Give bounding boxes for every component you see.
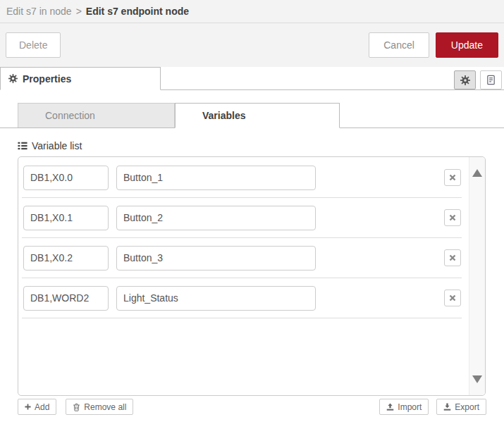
subtab-connection[interactable]: Connection (18, 103, 175, 128)
variable-list-label: Variable list (18, 140, 504, 151)
gear-icon (460, 75, 470, 85)
trash-icon (73, 403, 80, 411)
triangle-down-icon[interactable] (472, 375, 482, 383)
editor-tab-bar: Properties (0, 67, 504, 90)
subtab-connection-label: Connection (45, 110, 95, 121)
variable-list-container (18, 156, 486, 396)
subtab-variables[interactable]: Variables (175, 103, 340, 128)
name-input[interactable] (116, 286, 316, 311)
breadcrumb-parent-link[interactable]: Edit s7 in node (6, 6, 72, 17)
tab-properties-label: Properties (23, 73, 71, 85)
breadcrumb-separator: > (76, 6, 82, 17)
document-icon (486, 75, 496, 85)
variable-row (22, 278, 462, 318)
x-icon (449, 294, 456, 301)
name-input[interactable] (116, 206, 316, 230)
x-icon (449, 254, 456, 261)
variable-rows (18, 157, 464, 318)
node-settings-button[interactable] (454, 70, 476, 89)
address-input[interactable] (23, 166, 109, 190)
tray-toolbar: Delete Cancel Update (0, 23, 504, 67)
remove-row-button[interactable] (444, 249, 461, 266)
variable-row (22, 158, 462, 198)
address-input[interactable] (23, 286, 109, 311)
delete-button[interactable]: Delete (6, 32, 61, 58)
name-input[interactable] (116, 166, 316, 190)
page-title: Edit s7 endpoint node (86, 6, 189, 17)
list-icon (18, 141, 27, 151)
remove-all-button[interactable]: Remove all (66, 399, 133, 415)
gear-icon (8, 74, 18, 83)
name-input[interactable] (116, 246, 316, 271)
scrollbar[interactable] (469, 157, 485, 395)
address-input[interactable] (23, 246, 109, 271)
import-button[interactable]: Import (379, 399, 429, 415)
variable-row (22, 198, 462, 238)
cancel-button[interactable]: Cancel (369, 32, 429, 58)
remove-row-button[interactable] (444, 169, 461, 186)
variable-list-footer: Add Remove all Import Export (18, 399, 486, 415)
download-icon (443, 403, 451, 411)
node-description-button[interactable] (480, 70, 502, 89)
subtab-variables-label: Variables (202, 110, 246, 121)
x-icon (449, 174, 456, 181)
triangle-up-icon[interactable] (472, 169, 482, 177)
address-input[interactable] (23, 206, 109, 230)
export-button[interactable]: Export (436, 399, 486, 415)
variable-row (22, 238, 462, 278)
remove-row-button[interactable] (444, 209, 461, 226)
update-button[interactable]: Update (436, 32, 498, 58)
x-icon (449, 214, 456, 221)
variable-list-title: Variable list (32, 140, 82, 151)
add-button[interactable]: Add (18, 399, 56, 415)
plus-icon (25, 404, 31, 410)
remove-row-button[interactable] (444, 290, 461, 306)
breadcrumb: Edit s7 in node > Edit s7 endpoint node (0, 0, 504, 23)
upload-icon (386, 403, 394, 411)
s7-subtab-bar: Connection Variables (0, 103, 504, 128)
tab-properties[interactable]: Properties (0, 67, 161, 90)
